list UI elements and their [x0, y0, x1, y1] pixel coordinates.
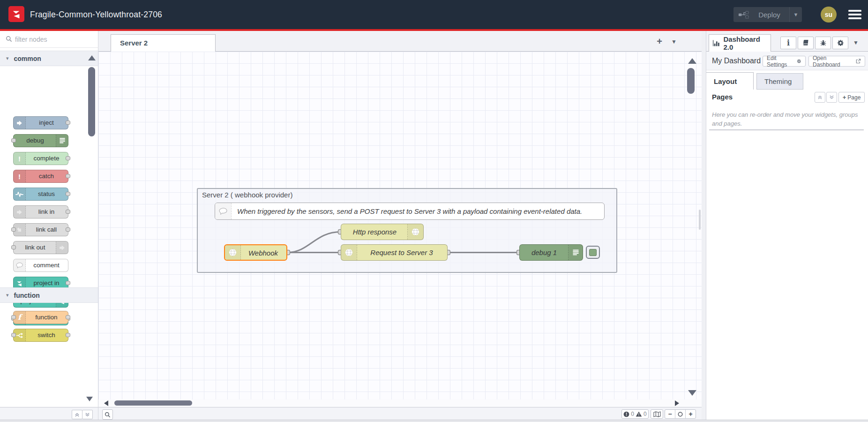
- info-icon: i: [787, 39, 790, 47]
- chevron-down-icon: ▾: [6, 292, 9, 298]
- node-port: [11, 227, 16, 232]
- scroll-down-arrow-icon[interactable]: [688, 390, 696, 396]
- palette-category-common[interactable]: ▾ common: [0, 51, 98, 66]
- complete-exclamation-icon: !: [14, 152, 26, 165]
- node-debug-1[interactable]: debug 1: [519, 244, 583, 261]
- deploy-icon: [738, 11, 749, 19]
- node-port: [66, 121, 70, 125]
- move-up-button[interactable]: [815, 92, 825, 103]
- group-label: Server 2 ( webhook provider): [202, 191, 292, 199]
- tab-dashboard-2[interactable]: Dashboard 2.0: [709, 34, 771, 52]
- palette-node-link-call[interactable]: link call: [13, 223, 68, 236]
- node-request-to-server-3[interactable]: Request to Server 3: [341, 244, 448, 261]
- node-webhook-selected[interactable]: Webhook: [224, 244, 287, 261]
- category-label: function: [14, 292, 40, 299]
- sidebar-menu-button[interactable]: ▼: [853, 39, 859, 46]
- palette-node-debug[interactable]: debug: [13, 134, 68, 147]
- globe-icon: [225, 245, 241, 260]
- error-count: 0: [631, 411, 634, 417]
- edit-settings-button[interactable]: Edit Settings: [763, 56, 806, 67]
- collapse-all-button[interactable]: [72, 410, 82, 419]
- palette-node-complete[interactable]: ! complete: [13, 152, 68, 165]
- button-label: Open Dashboard: [813, 55, 853, 68]
- external-link-icon: [856, 59, 861, 64]
- palette-filter: [0, 31, 98, 48]
- palette-node-catch[interactable]: ! catch: [13, 170, 68, 183]
- node-port: [66, 192, 70, 196]
- open-dashboard-button[interactable]: Open Dashboard: [808, 56, 865, 67]
- search-flows-button[interactable]: [102, 409, 113, 420]
- tab-theming[interactable]: Theming: [756, 73, 803, 90]
- palette-node-switch[interactable]: switch: [13, 329, 68, 342]
- canvas-horizontal-scrollbar: [98, 399, 702, 407]
- scroll-down-arrow-icon[interactable]: [86, 397, 93, 401]
- scroll-right-arrow-icon[interactable]: [675, 400, 679, 406]
- main-menu-button[interactable]: [848, 10, 861, 19]
- filter-nodes-input[interactable]: [0, 31, 98, 47]
- node-label: inject: [26, 117, 67, 129]
- deploy-button[interactable]: Deploy ▼: [733, 7, 802, 22]
- minimap-button[interactable]: [651, 409, 663, 419]
- tab-info-button[interactable]: i: [780, 37, 796, 49]
- user-avatar[interactable]: su: [821, 7, 837, 23]
- warning-count: 0: [644, 411, 647, 417]
- node-label: debug: [15, 135, 56, 147]
- comment-node[interactable]: When triggered by the sensors, send a PO…: [215, 203, 605, 220]
- palette-node-function[interactable]: f function: [13, 311, 68, 324]
- node-label: status: [26, 188, 67, 200]
- tab-layout[interactable]: Layout: [706, 72, 754, 90]
- palette-node-link-in[interactable]: link in: [13, 205, 68, 219]
- error-icon: [623, 411, 629, 417]
- add-flow-button[interactable]: +: [654, 36, 665, 47]
- node-label: Webhook: [241, 245, 285, 261]
- zoom-out-button[interactable]: −: [665, 410, 675, 418]
- node-label: comment: [26, 259, 67, 271]
- palette-category-function[interactable]: ▾ function: [0, 287, 98, 303]
- scroll-up-arrow-icon[interactable]: [688, 58, 696, 64]
- palette-node-status[interactable]: status: [13, 188, 68, 201]
- tab-debug-button[interactable]: [815, 37, 831, 49]
- header: Fragile-Common-Yellowthroat-2706 Deploy …: [0, 0, 868, 31]
- flow-list-button[interactable]: ▼: [671, 38, 677, 45]
- flow-canvas[interactable]: Server 2 ( webhook provider) When trigge…: [98, 52, 702, 399]
- double-chevron-up-icon: [75, 412, 80, 417]
- double-chevron-up-icon: [817, 95, 823, 100]
- scroll-up-arrow-icon[interactable]: [88, 55, 96, 60]
- debug-list-icon: [568, 245, 583, 260]
- scroll-left-arrow-icon[interactable]: [104, 400, 108, 406]
- node-http-response[interactable]: Http response: [341, 224, 424, 240]
- gear-icon: [837, 39, 844, 46]
- canvas-vertical-scrollbar-thumb[interactable]: [687, 68, 695, 94]
- node-port: [11, 333, 16, 337]
- node-label: complete: [26, 152, 67, 165]
- palette-node-link-out[interactable]: link out: [13, 241, 68, 254]
- zoom-reset-button[interactable]: [675, 410, 685, 418]
- node-port: [11, 245, 16, 249]
- palette-node-inject[interactable]: inject: [13, 116, 68, 129]
- plus-icon: +: [843, 94, 846, 101]
- palette-node-comment[interactable]: comment: [13, 259, 68, 272]
- expand-all-button[interactable]: [82, 410, 93, 419]
- double-chevron-down-icon: [85, 412, 90, 417]
- node-label: Request to Server 3: [358, 245, 445, 260]
- palette-scrollbar-thumb[interactable]: [88, 67, 95, 136]
- error-warning-badge[interactable]: 0 0: [621, 409, 649, 419]
- sidebar-resize-handle[interactable]: [699, 210, 701, 230]
- node-port: [66, 156, 70, 160]
- zoom-in-button[interactable]: +: [685, 410, 696, 418]
- sidebar-splitter[interactable]: [702, 31, 706, 422]
- tab-config-button[interactable]: [832, 37, 848, 49]
- move-down-button[interactable]: [826, 92, 837, 103]
- canvas-horizontal-scrollbar-thumb[interactable]: [114, 400, 192, 406]
- circle-icon: [678, 412, 683, 417]
- node-label: link out: [15, 241, 56, 254]
- tab-server-2[interactable]: Server 2: [111, 34, 216, 52]
- node-label: link call: [26, 224, 67, 236]
- deploy-options-button[interactable]: ▼: [789, 7, 802, 22]
- deploy-label: Deploy: [749, 11, 789, 19]
- debug-toggle-button[interactable]: [586, 246, 600, 259]
- status-pulse-icon: [14, 188, 26, 200]
- add-page-button[interactable]: + Page: [838, 92, 865, 103]
- tab-help-button[interactable]: [798, 37, 814, 49]
- button-label: Edit Settings: [767, 55, 794, 68]
